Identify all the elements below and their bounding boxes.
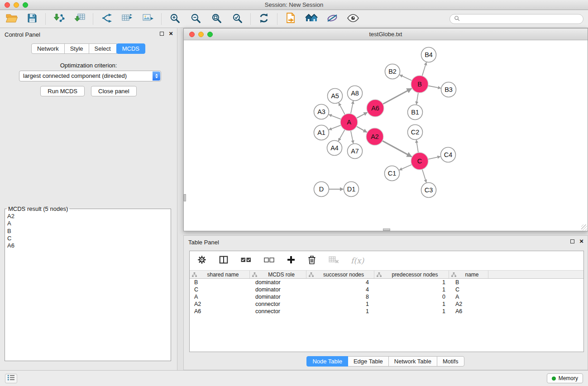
mcds-result-item[interactable]: C <box>7 235 171 242</box>
network-zoom-button[interactable] <box>207 32 213 37</box>
table-close-panel-icon[interactable]: × <box>579 239 583 243</box>
mcds-result-item[interactable]: A2 <box>7 213 171 220</box>
node-A8[interactable]: A8 <box>348 86 363 101</box>
edge-C-C2[interactable] <box>416 140 418 152</box>
node-D[interactable]: D <box>314 182 329 197</box>
cell-mcds-role[interactable]: dominator <box>250 279 306 286</box>
cell-shared-name[interactable]: C <box>190 286 250 293</box>
edge-A-A4[interactable] <box>339 130 345 141</box>
cell-predecessor-nodes[interactable]: 0 <box>374 294 449 300</box>
network-canvas[interactable]: B4B2BB3A8A5A6A3B1AC2A1A2A4A7C4CC1C3DD1 <box>184 41 588 231</box>
edge-A6-B[interactable] <box>383 89 412 105</box>
cell-shared-name[interactable]: A <box>190 294 250 300</box>
close-window-button[interactable] <box>5 2 10 8</box>
edge-C-C4[interactable] <box>428 157 440 159</box>
cell-predecessor-nodes[interactable]: 1 <box>374 308 449 315</box>
cell-name[interactable]: C <box>449 286 488 293</box>
run-mcds-button[interactable]: Run MCDS <box>40 86 85 96</box>
cell-successor-nodes[interactable]: 8 <box>306 294 374 300</box>
node-C2[interactable]: C2 <box>408 125 423 140</box>
import-network-button[interactable] <box>52 12 66 26</box>
eye-button[interactable] <box>346 12 360 26</box>
node-A[interactable]: A <box>340 114 358 131</box>
refresh-button[interactable] <box>257 12 271 26</box>
node-C[interactable]: C <box>411 152 428 170</box>
resize-grip-icon[interactable] <box>581 224 587 230</box>
table-float-panel-icon[interactable] <box>570 239 574 243</box>
table-tab-network-table[interactable]: Network Table <box>388 356 437 367</box>
task-history-button[interactable] <box>5 374 17 383</box>
cell-name[interactable]: A <box>449 294 488 300</box>
cell-name[interactable]: A6 <box>449 308 488 315</box>
column-header-shared-name[interactable]: shared name <box>190 271 250 278</box>
zoom-out-button[interactable] <box>189 12 202 26</box>
export-image-button[interactable] <box>141 12 155 26</box>
table-tab-edge-table[interactable]: Edge Table <box>348 356 389 367</box>
canvas-left-scroll-nub[interactable] <box>184 194 186 201</box>
open-session-button[interactable] <box>284 12 297 26</box>
cell-successor-nodes[interactable]: 4 <box>306 286 374 293</box>
edge-A-A6[interactable] <box>357 112 368 118</box>
select-all-button[interactable] <box>240 256 252 266</box>
home-button[interactable] <box>305 12 318 26</box>
cell-successor-nodes[interactable]: 1 <box>306 308 374 315</box>
edge-C-C3[interactable] <box>422 169 426 182</box>
cell-predecessor-nodes[interactable]: 1 <box>374 286 449 293</box>
cell-successor-nodes[interactable]: 4 <box>306 279 374 286</box>
cell-shared-name[interactable]: A6 <box>190 308 250 315</box>
node-A1[interactable]: A1 <box>314 125 329 140</box>
edge-B-B2[interactable] <box>400 75 412 81</box>
tab-mcds[interactable]: MCDS <box>116 43 145 54</box>
table-row[interactable]: Bdominator41B <box>190 279 583 286</box>
table-row[interactable]: A2connector11A2 <box>190 300 583 308</box>
open-file-button[interactable] <box>5 12 18 26</box>
edge-A2-C[interactable] <box>382 141 412 157</box>
cell-name[interactable]: A2 <box>449 301 488 307</box>
cell-predecessor-nodes[interactable]: 1 <box>374 301 449 307</box>
table-row[interactable]: Cdominator41C <box>190 286 583 293</box>
node-C1[interactable]: C1 <box>385 166 400 181</box>
mcds-result-item[interactable]: A6 <box>7 242 171 249</box>
cell-mcds-role[interactable]: dominator <box>250 294 306 300</box>
search-input[interactable] <box>463 16 579 23</box>
tab-style[interactable]: Style <box>64 43 89 54</box>
column-header-name[interactable]: name <box>449 271 488 278</box>
float-panel-icon[interactable] <box>160 32 164 36</box>
node-B3[interactable]: B3 <box>441 82 456 97</box>
cell-mcds-role[interactable]: connector <box>250 301 306 307</box>
cell-shared-name[interactable]: A2 <box>190 301 250 307</box>
mcds-result-list[interactable]: A2ABCA6 <box>5 212 171 249</box>
edge-A-A5[interactable] <box>339 103 345 114</box>
node-A6[interactable]: A6 <box>367 100 384 117</box>
delete-row-button[interactable] <box>307 255 316 267</box>
column-header-mcds-role[interactable]: MCDS role <box>250 271 306 278</box>
search-field[interactable] <box>449 14 583 24</box>
node-B1[interactable]: B1 <box>408 105 423 120</box>
node-C4[interactable]: C4 <box>441 148 456 162</box>
zoom-window-button[interactable] <box>23 2 28 8</box>
node-B4[interactable]: B4 <box>421 48 436 62</box>
mcds-result-item[interactable]: B <box>7 228 171 235</box>
node-B[interactable]: B <box>411 76 428 93</box>
node-A2[interactable]: A2 <box>366 128 383 145</box>
zoom-in-button[interactable] <box>168 12 182 26</box>
cell-name[interactable]: B <box>449 279 488 286</box>
cell-successor-nodes[interactable]: 1 <box>306 301 374 307</box>
minimize-window-button[interactable] <box>14 2 19 8</box>
export-table-button[interactable] <box>120 12 134 26</box>
mcds-result-item[interactable]: A <box>7 220 171 227</box>
tab-select[interactable]: Select <box>89 43 117 54</box>
tab-network[interactable]: Network <box>31 43 65 54</box>
edge-B-B4[interactable] <box>422 62 426 76</box>
table-row[interactable]: Adominator80A <box>190 293 583 300</box>
network-window-titlebar[interactable]: testGlobe.txt <box>184 29 588 40</box>
zoom-fit-button[interactable] <box>210 12 223 26</box>
add-row-button[interactable] <box>287 255 296 266</box>
table-tab-motifs[interactable]: Motifs <box>437 356 464 367</box>
memory-button[interactable]: Memory <box>547 373 583 383</box>
gear-button[interactable] <box>197 255 207 267</box>
cell-mcds-role[interactable]: dominator <box>250 286 306 293</box>
network-close-button[interactable] <box>189 32 195 37</box>
node-B2[interactable]: B2 <box>385 64 400 79</box>
network-graph[interactable]: B4B2BB3A8A5A6A3B1AC2A1A2A4A7C4CC1C3DD1 <box>184 41 588 231</box>
